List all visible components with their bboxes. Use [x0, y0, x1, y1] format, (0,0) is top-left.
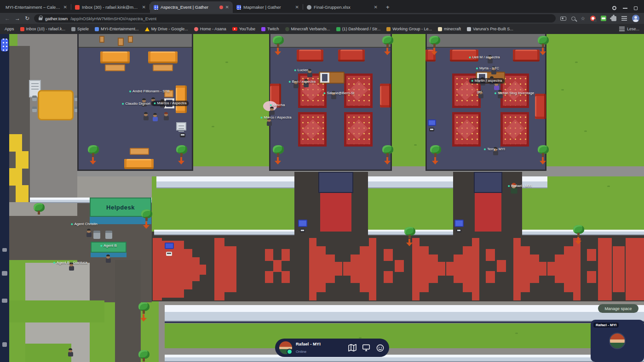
player-name: André Fillionarm - STB: [132, 89, 170, 94]
bookmark-working-group[interactable]: Working Group - Le...: [386, 27, 432, 31]
forward-icon[interactable]: →: [15, 16, 20, 21]
wall-picture: [118, 38, 124, 46]
building-salon-middle: [269, 34, 392, 171]
tab-title: Inbox (30) - rafael.kink@myi.ch: [82, 5, 140, 10]
self-identity[interactable]: Rafael - MYI Online: [296, 341, 344, 355]
bookmark-asana[interactable]: Home - Asana: [194, 27, 226, 31]
bookmark-star-icon[interactable]: ☆: [581, 16, 585, 21]
bookmark-minecraft[interactable]: minecraft: [438, 27, 461, 31]
potted-tree: [537, 145, 549, 166]
player-sprite: [69, 266, 74, 271]
player-label: Agent B: [100, 243, 116, 248]
recorder-extension-icon[interactable]: [590, 16, 596, 21]
reload-icon[interactable]: ↻: [25, 16, 29, 21]
red-carpet-runner: [320, 193, 351, 232]
grass-tuft: [414, 144, 417, 146]
profile-avatar[interactable]: [632, 15, 639, 22]
zoom-icon[interactable]: [571, 17, 575, 21]
menu-lines-icon[interactable]: [621, 16, 627, 21]
sidebar-icon[interactable]: [2, 342, 7, 347]
extension-icon[interactable]: [601, 16, 606, 21]
reading-list-button[interactable]: Lese...: [619, 27, 639, 31]
plaza-pattern-block: [224, 246, 236, 292]
grass-patch: [9, 34, 17, 47]
emote-button[interactable]: [375, 343, 385, 353]
bookmark-inbox[interactable]: Inbox (10) - rafael.k...: [20, 27, 66, 31]
close-tab-icon[interactable]: ✕: [295, 5, 299, 10]
player-name: Terry - MYI: [487, 147, 505, 152]
yellow-block: [9, 134, 22, 152]
restore-button[interactable]: [634, 6, 638, 10]
close-tab-icon[interactable]: ✕: [225, 5, 229, 10]
plaza-pattern-block: [282, 249, 290, 261]
minimize-button[interactable]: [623, 8, 627, 9]
sidebar-icon[interactable]: [2, 299, 7, 303]
yellow-block: [16, 185, 29, 203]
keyboard-object: [180, 133, 185, 137]
player-name: Agent B - Gianluca: [57, 260, 87, 265]
gather-map-canvas[interactable]: Helpdesk: [0, 34, 644, 362]
bookmark-drive[interactable]: My Drive - Google...: [145, 27, 188, 31]
tab-title: Final-Gruppen.xlsx: [314, 5, 372, 10]
camera-access-icon[interactable]: [560, 17, 566, 21]
lower-building-wall: [165, 355, 644, 362]
status-dot-icon: [270, 104, 272, 106]
player-sprite: [494, 85, 499, 90]
folder-icon: [71, 27, 75, 31]
drive-icon: [145, 27, 150, 31]
plaza-pattern-block: [309, 238, 316, 300]
self-avatar[interactable]: [279, 341, 292, 354]
address-bar[interactable]: gather.town /app/nOSklyHW7M8mSHOI/Aspect…: [34, 14, 556, 23]
screenshare-button[interactable]: [361, 343, 371, 353]
orange-couch-vertical: [176, 85, 187, 113]
toolbar-icons: ☆: [560, 15, 639, 22]
tab-mapmaker[interactable]: Mapmaker | Gather ✕: [233, 1, 303, 13]
minimap-button[interactable]: [347, 343, 357, 353]
back-icon[interactable]: ←: [5, 16, 10, 21]
laptop-object[interactable]: [165, 243, 174, 249]
tab-final-gruppen[interactable]: Final-Gruppen.xlsx ✕: [303, 1, 381, 13]
bookmark-spiele[interactable]: Spiele: [71, 27, 89, 31]
self-status: Online: [296, 350, 306, 354]
building-top-wall: [79, 34, 192, 48]
tab-calendar[interactable]: MYI-Entertainment – Calendar - ✕: [2, 1, 71, 13]
yellow-block: [16, 151, 29, 169]
info-sign[interactable]: [298, 220, 307, 227]
info-sign[interactable]: [428, 119, 436, 126]
gather-logo-icon[interactable]: [1, 39, 8, 51]
sidebar-icon[interactable]: [2, 271, 7, 276]
tab-aspectra-event[interactable]: Aspectra_Event | Gather ✕: [150, 1, 233, 13]
status-dot-icon: [260, 117, 262, 119]
portal-arrow-icon: [542, 48, 544, 51]
bookmark-dashboard[interactable]: (1) Dashboard / Str...: [336, 27, 381, 31]
info-sign[interactable]: [454, 220, 464, 227]
extensions-puzzle-icon[interactable]: [611, 16, 616, 21]
browser-window: MYI-Entertainment – Calendar - ✕ Inbox (…: [0, 0, 644, 362]
close-tab-icon[interactable]: ✕: [374, 5, 378, 10]
bookmark-apps[interactable]: Apps: [5, 27, 14, 31]
potted-tree: [573, 225, 585, 246]
bookmark-myi[interactable]: MYI-Entertainment...: [95, 27, 139, 31]
gmail-icon: [20, 27, 24, 31]
self-video-panel[interactable]: Rafael - MYI: [591, 320, 644, 362]
account-circle-icon[interactable]: [612, 6, 616, 10]
sidebar-icon[interactable]: [2, 248, 7, 252]
potted-tree: [537, 36, 549, 57]
bookmark-varuna[interactable]: Varuna's Pre-Built S...: [467, 27, 513, 31]
portal-arrow-icon: [434, 157, 436, 161]
keyboard-object: [456, 229, 461, 232]
plaza-pattern-block: [192, 257, 200, 281]
player-name: Agent Christin: [74, 222, 97, 226]
self-avatar: [609, 333, 626, 349]
close-tab-icon[interactable]: ✕: [63, 5, 67, 10]
whiteboard[interactable]: [176, 122, 186, 130]
new-tab-button[interactable]: +: [386, 4, 390, 11]
bookmark-twitch[interactable]: Twitch: [261, 27, 279, 31]
bookmark-youtube[interactable]: YouTube: [232, 27, 255, 31]
tab-inbox[interactable]: Inbox (30) - rafael.kink@myi.ch ✕: [71, 1, 150, 13]
player-label: Sabine@Bern-St: [323, 91, 354, 96]
bookmark-minecraft-verband[interactable]: Minecraft Verbands...: [285, 27, 330, 31]
status-dot-icon: [122, 103, 124, 105]
close-tab-icon[interactable]: ✕: [142, 5, 146, 10]
manage-space-button[interactable]: Manage space: [598, 304, 638, 313]
